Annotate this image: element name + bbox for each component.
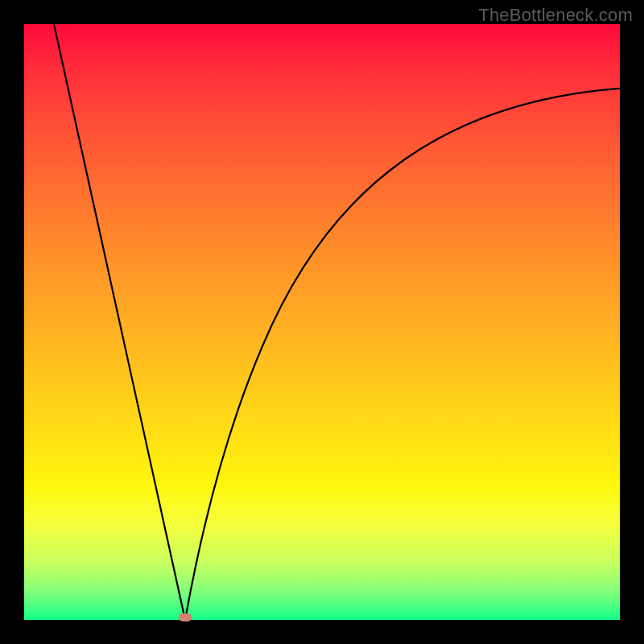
optimal-point-marker xyxy=(179,613,192,621)
bottleneck-curve xyxy=(24,24,620,620)
curve-right-ascent xyxy=(185,89,620,620)
plot-area xyxy=(24,24,620,620)
curve-left-descent xyxy=(54,24,185,620)
chart-frame: TheBottleneck.com xyxy=(0,0,644,644)
watermark-text: TheBottleneck.com xyxy=(478,5,633,26)
